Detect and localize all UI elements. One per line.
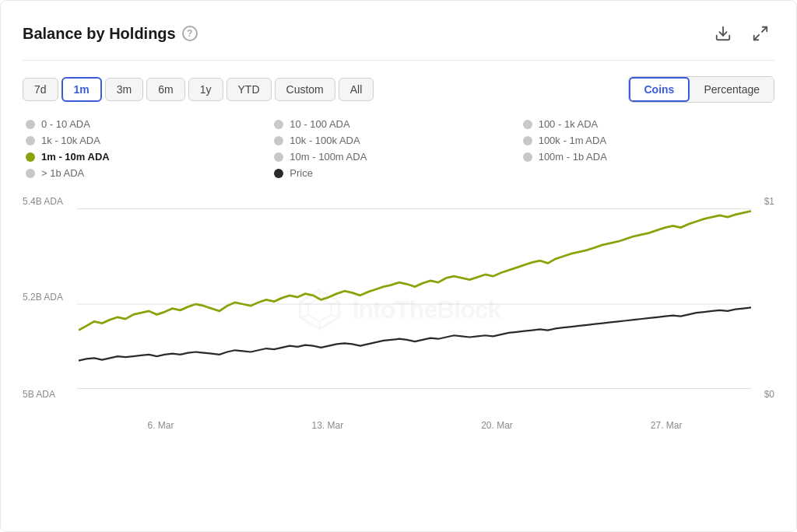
legend-label: > 1b ADA <box>41 167 84 179</box>
x-label-20mar: 20. Mar <box>481 420 513 431</box>
legend-label: 10k - 100k ADA <box>290 135 360 146</box>
svg-line-1 <box>762 27 767 32</box>
legend-dot <box>523 152 532 162</box>
filter-custom[interactable]: Custom <box>275 78 335 101</box>
legend-label: 10 - 100 ADA <box>290 118 349 130</box>
x-labels: 6. Mar 13. Mar 20. Mar 27. Mar <box>79 420 751 431</box>
legend-dot <box>523 120 532 129</box>
legend-dot <box>274 152 283 162</box>
legend-item-100k-1m[interactable]: 100k - 1m ADA <box>523 135 771 146</box>
view-percentage[interactable]: Percentage <box>690 77 774 102</box>
page-title: Balance by Holdings <box>23 25 176 43</box>
green-line <box>79 211 751 330</box>
legend-item-10m-100m[interactable]: 10m - 100m ADA <box>274 151 522 163</box>
legend-item-gt-1b[interactable]: > 1b ADA <box>26 167 274 179</box>
legend-label: 0 - 10 ADA <box>41 118 90 130</box>
legend-item-price[interactable]: Price <box>274 167 522 179</box>
legend-item-1k-10k[interactable]: 1k - 10k ADA <box>26 135 274 146</box>
filter-1m[interactable]: 1m <box>61 77 102 102</box>
legend-label: 100k - 1m ADA <box>539 135 606 146</box>
legend-dot <box>274 169 283 178</box>
help-icon[interactable]: ? <box>182 26 198 41</box>
filter-1y[interactable]: 1y <box>188 78 223 101</box>
legend-dot <box>523 136 532 145</box>
expand-button[interactable] <box>746 19 774 47</box>
legend-item-100m-1b[interactable]: 100m - 1b ADA <box>523 151 771 163</box>
legend-item-100-1k[interactable]: 100 - 1k ADA <box>523 118 771 130</box>
legend-label: 1k - 10k ADA <box>41 135 100 146</box>
legend-dot <box>274 136 283 145</box>
y-label-bot-left: 5B ADA <box>23 389 55 400</box>
main-container: Balance by Holdings ? <box>0 0 797 532</box>
controls-row: 7d 1m 3m 6m 1y YTD Custom All Coins Perc… <box>23 76 774 103</box>
y-label-top-left: 5.4B ADA <box>23 196 63 207</box>
y-label-bot-right: $0 <box>764 389 774 400</box>
header-actions <box>709 19 774 47</box>
filter-ytd[interactable]: YTD <box>226 78 272 101</box>
legend-label: Price <box>290 167 313 179</box>
legend-dot <box>26 136 35 145</box>
y-label-mid-left: 5.2B ADA <box>23 292 63 303</box>
price-line <box>79 307 751 360</box>
y-label-top-right: $1 <box>764 196 774 207</box>
view-coins[interactable]: Coins <box>629 77 690 102</box>
download-button[interactable] <box>709 19 737 47</box>
x-label-27mar: 27. Mar <box>651 420 683 431</box>
view-toggle: Coins Percentage <box>628 76 775 103</box>
filter-7d[interactable]: 7d <box>23 78 58 101</box>
chart-area: 5.4B ADA $1 5.2B ADA 5B ADA $0 <box>23 198 774 431</box>
chart-svg <box>79 208 751 400</box>
legend: 0 - 10 ADA 10 - 100 ADA 100 - 1k ADA 1k … <box>23 118 774 179</box>
legend-label: 100 - 1k ADA <box>539 118 599 130</box>
legend-dot <box>26 152 35 162</box>
legend-label: 1m - 10m ADA <box>41 151 110 163</box>
filter-all[interactable]: All <box>339 78 374 101</box>
legend-item-10-100[interactable]: 10 - 100 ADA <box>274 118 522 130</box>
legend-dot <box>274 120 283 129</box>
legend-item-1m-10m[interactable]: 1m - 10m ADA <box>26 151 274 163</box>
svg-line-2 <box>754 35 759 40</box>
time-filters: 7d 1m 3m 6m 1y YTD Custom All <box>23 77 374 102</box>
filter-3m[interactable]: 3m <box>105 78 143 101</box>
legend-label: 100m - 1b ADA <box>539 151 607 163</box>
legend-label: 10m - 100m ADA <box>290 151 367 163</box>
header-left: Balance by Holdings ? <box>23 25 198 43</box>
legend-dot <box>26 120 35 129</box>
legend-item-0-10[interactable]: 0 - 10 ADA <box>26 118 274 130</box>
filter-6m[interactable]: 6m <box>146 78 184 101</box>
legend-dot <box>26 169 35 178</box>
x-label-13mar: 13. Mar <box>311 420 343 431</box>
header: Balance by Holdings ? <box>23 19 774 61</box>
legend-item-10k-100k[interactable]: 10k - 100k ADA <box>274 135 522 146</box>
x-label-6mar: 6. Mar <box>147 420 174 431</box>
